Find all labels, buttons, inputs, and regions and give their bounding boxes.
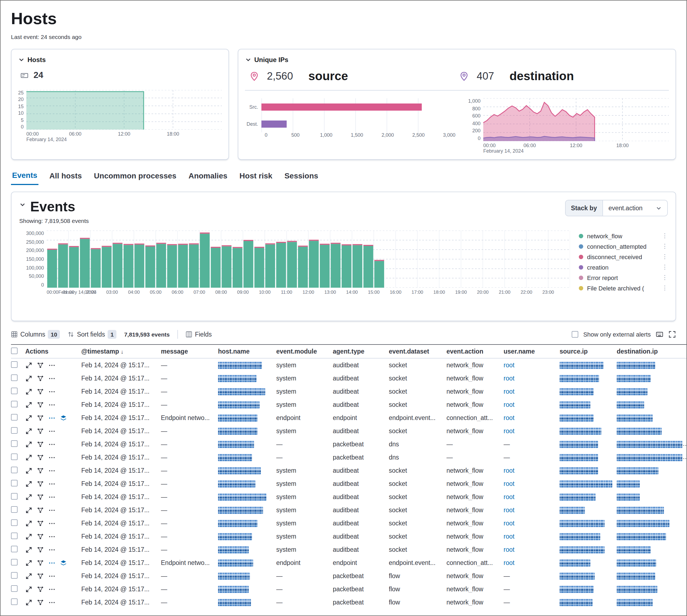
row-checkbox[interactable] [11,532,18,539]
column-header-timestamp[interactable]: @timestamp↓ [81,348,161,355]
tab-events[interactable]: Events [11,171,39,185]
expand-event-icon[interactable] [25,361,33,369]
more-actions-icon[interactable] [48,546,56,553]
more-actions-icon[interactable] [48,599,56,606]
row-checkbox[interactable] [11,493,18,500]
expand-event-icon[interactable] [25,454,33,461]
sort-fields-button[interactable]: Sort fields 1 [67,330,116,339]
legend-menu-icon[interactable]: ⋮ [662,274,668,281]
analyze-event-icon[interactable] [37,599,44,606]
expand-event-icon[interactable] [25,467,33,474]
cell-value[interactable]: root [503,388,515,395]
expand-event-icon[interactable] [25,375,33,382]
analyze-event-icon[interactable] [37,520,44,527]
more-actions-icon[interactable] [48,414,56,421]
analyze-event-icon[interactable] [37,361,44,369]
analyze-event-icon[interactable] [37,506,44,513]
expand-event-icon[interactable] [25,427,33,435]
cell-value[interactable]: root [503,480,515,487]
more-actions-icon[interactable] [48,586,56,593]
column-header-agenttype[interactable]: agent.type [333,348,389,355]
more-actions-icon[interactable] [48,572,56,579]
expand-event-icon[interactable] [25,520,33,527]
collapse-chevron-icon[interactable] [18,57,25,63]
cell-value[interactable]: root [503,401,515,408]
column-header-hostname[interactable]: host.name [218,348,276,355]
columns-button[interactable]: Columns 10 [11,330,60,339]
row-checkbox[interactable] [11,361,18,368]
more-actions-icon[interactable] [48,506,56,513]
row-checkbox[interactable] [11,506,18,513]
analyze-event-icon[interactable] [37,572,44,579]
analyze-event-icon[interactable] [37,586,44,593]
row-checkbox[interactable] [11,414,18,421]
more-actions-icon[interactable] [48,467,56,474]
row-checkbox[interactable] [11,427,18,434]
legend-menu-icon[interactable]: ⋮ [662,284,668,291]
expand-event-icon[interactable] [25,533,33,540]
expand-event-icon[interactable] [25,506,33,513]
analyze-event-icon[interactable] [37,559,44,566]
legend-menu-icon[interactable]: ⋮ [662,264,668,271]
cell-value[interactable]: root [503,467,515,474]
more-actions-icon[interactable] [48,427,56,435]
endpoint-badge-icon[interactable] [60,559,67,566]
cell-value[interactable]: root [503,559,515,566]
expand-event-icon[interactable] [25,586,33,593]
collapse-chevron-icon[interactable] [245,57,252,63]
column-header-message[interactable]: message [161,348,218,355]
tab-uncommon-processes[interactable]: Uncommon processes [93,171,177,185]
cell-value[interactable]: root [503,428,515,434]
cell-value[interactable]: root [503,493,515,500]
expand-event-icon[interactable] [25,559,33,566]
stack-by-select[interactable]: event.action [603,200,667,216]
cell-value[interactable]: root [503,362,515,368]
more-actions-icon[interactable] [48,520,56,527]
select-all-checkbox[interactable] [11,348,18,354]
expand-event-icon[interactable] [25,599,33,606]
legend-menu-icon[interactable]: ⋮ [662,243,668,250]
more-actions-icon[interactable] [48,361,56,369]
column-header-eventdataset[interactable]: event.dataset [389,348,447,355]
legend-item-disconnect_received[interactable]: disconnect_received⋮ [579,251,668,262]
keyboard-shortcuts-icon[interactable] [656,331,663,338]
more-actions-icon[interactable] [48,533,56,540]
cell-value[interactable]: root [503,520,515,527]
tab-sessions[interactable]: Sessions [283,171,319,185]
legend-item-network_flow[interactable]: network_flow⋮ [579,230,668,241]
tab-host-risk[interactable]: Host risk [238,171,274,185]
external-alerts-checkbox[interactable] [572,331,578,338]
analyze-event-icon[interactable] [37,427,44,435]
tab-all-hosts[interactable]: All hosts [48,171,83,185]
row-checkbox[interactable] [11,598,18,605]
column-header-actions[interactable]: Actions [25,348,81,355]
row-checkbox[interactable] [11,559,18,566]
legend-menu-icon[interactable]: ⋮ [662,253,668,260]
legend-menu-icon[interactable]: ⋮ [662,232,668,239]
analyze-event-icon[interactable] [37,441,44,448]
cell-value[interactable]: root [503,546,515,553]
expand-event-icon[interactable] [25,572,33,579]
cell-value[interactable]: root [503,507,515,513]
row-checkbox[interactable] [11,454,18,460]
cell-value[interactable]: root [503,375,515,381]
expand-event-icon[interactable] [25,546,33,553]
analyze-event-icon[interactable] [37,401,44,408]
row-checkbox[interactable] [11,388,18,394]
tab-anomalies[interactable]: Anomalies [187,171,229,185]
analyze-event-icon[interactable] [37,546,44,553]
expand-event-icon[interactable] [25,441,33,448]
column-header-username[interactable]: user.name [503,348,560,355]
analyze-event-icon[interactable] [37,493,44,501]
row-checkbox[interactable] [11,572,18,579]
analyze-event-icon[interactable] [37,533,44,540]
row-checkbox[interactable] [11,440,18,447]
column-header-eventmodule[interactable]: event.module [276,348,333,355]
legend-item-creation[interactable]: creation⋮ [579,262,668,272]
column-header-eventaction[interactable]: event.action [447,348,503,355]
legend-item-file-delete-archived-[interactable]: File Delete archived (⋮ [579,283,668,293]
expand-event-icon[interactable] [25,414,33,421]
row-checkbox[interactable] [11,401,18,408]
legend-item-error-report[interactable]: Error report⋮ [579,272,668,283]
endpoint-badge-icon[interactable] [60,414,67,421]
